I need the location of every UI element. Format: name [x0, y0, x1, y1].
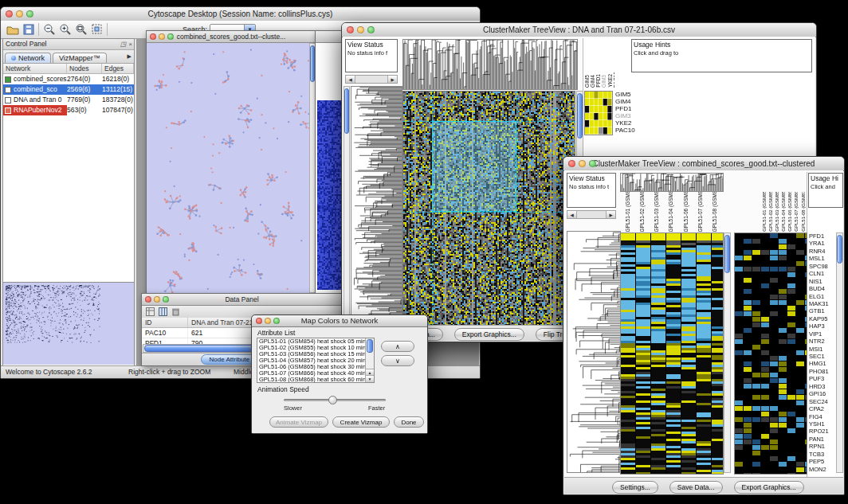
gene-label[interactable]: RPN1 — [809, 443, 835, 450]
move-up-button[interactable]: ∧ — [381, 341, 414, 352]
close-button[interactable] — [347, 26, 354, 33]
gene-label[interactable]: PFD1 — [809, 232, 835, 240]
gene-label[interactable]: SEC1 — [809, 353, 835, 360]
col-id[interactable]: ID — [142, 318, 188, 327]
scrollbar-thumb[interactable] — [837, 235, 842, 264]
save-session-icon[interactable] — [22, 23, 36, 36]
zoom-selected-region-icon[interactable] — [74, 23, 88, 36]
gene-label[interactable]: PEP5 — [809, 458, 835, 465]
network-row[interactable]: combined_sco 2569(6) 13112(15) — [3, 84, 134, 95]
column-config-icon[interactable] — [159, 305, 167, 319]
scroll-right-icon[interactable]: ▶ — [606, 211, 615, 218]
gene-list-scrollbar[interactable] — [836, 232, 843, 473]
minimize-button[interactable] — [265, 318, 271, 324]
gene-label[interactable]: TCB3 — [809, 451, 835, 458]
gene-label[interactable]: YRA1 — [809, 240, 835, 247]
scroll-track[interactable] — [577, 211, 606, 218]
gene-label[interactable]: MSL1 — [809, 255, 835, 262]
gene-label[interactable]: PFD1 — [615, 105, 635, 112]
network-overview[interactable] — [3, 282, 134, 365]
animate-vizmap-button[interactable]: Animate Vizmap — [269, 416, 328, 428]
network-frame-titlebar[interactable]: combined_scores_good.txt--cluste... — [147, 31, 316, 43]
gene-label[interactable]: HMG1 — [809, 360, 835, 367]
gene-label[interactable]: SEC24 — [809, 398, 835, 405]
scrollbar-thumb[interactable] — [367, 339, 373, 353]
scrollbar-thumb[interactable] — [577, 93, 583, 139]
heatmap-selection[interactable] — [432, 121, 516, 212]
open-session-icon[interactable] — [6, 23, 20, 36]
scrollbar-thumb[interactable] — [724, 235, 730, 273]
gene-label[interactable]: RNR4 — [809, 248, 835, 255]
minimize-button[interactable] — [154, 296, 160, 303]
select-attributes-icon[interactable] — [146, 305, 155, 319]
scrollbar-thumb[interactable] — [344, 88, 349, 134]
zoom-out-icon[interactable] — [42, 23, 57, 36]
float-panel-icon[interactable]: ◳ — [120, 39, 127, 49]
data-panel-titlebar[interactable]: Data Panel — [142, 294, 342, 306]
close-button[interactable] — [150, 33, 156, 40]
gene-label[interactable]: YKE2 — [615, 119, 635, 127]
gene-label[interactable]: PAC10 — [615, 127, 635, 134]
scroll-right-icon[interactable]: ▶ — [387, 76, 397, 83]
close-button[interactable] — [6, 10, 13, 18]
gene-label[interactable]: MSI1 — [809, 346, 835, 353]
zoom-button[interactable] — [26, 10, 33, 18]
move-down-button[interactable]: ∨ — [381, 355, 414, 366]
done-button[interactable]: Done — [394, 416, 424, 428]
gene-label[interactable]: CLN1 — [809, 270, 835, 277]
scroll-track[interactable] — [355, 76, 387, 83]
gene-label[interactable]: YSH1 — [809, 420, 835, 428]
network-overview-canvas[interactable] — [3, 283, 134, 365]
minimize-button[interactable] — [16, 10, 23, 18]
scroll-left-icon[interactable]: ◀ — [346, 76, 355, 83]
network-row[interactable]: DNA and Tran 0 7769(0) 183728(0) — [3, 95, 134, 105]
treeview-button[interactable]: Export Graphics... — [454, 328, 524, 341]
gene-label[interactable]: RPO21 — [809, 428, 835, 435]
gene-label[interactable]: BUD4 — [809, 285, 835, 292]
network-row[interactable]: RNAPuberNov2 563(0) 107847(0) — [3, 105, 134, 115]
zoom-button[interactable] — [589, 160, 596, 167]
gene-label[interactable]: MAK31 — [809, 300, 835, 307]
gene-label[interactable]: GIM5 — [615, 91, 635, 98]
col-nodes[interactable]: Nodes — [67, 64, 102, 73]
delete-attribute-icon[interactable] — [171, 305, 180, 319]
close-button[interactable] — [145, 296, 151, 303]
gene-label[interactable]: GIM4 — [615, 98, 635, 105]
col-network[interactable]: Network — [3, 64, 67, 73]
dialog-titlebar[interactable]: Map Colors to Network — [252, 315, 427, 327]
network-canvas[interactable] — [147, 43, 314, 293]
treeview-button[interactable]: Save Data... — [669, 481, 723, 494]
gene-label[interactable]: VIP1 — [809, 330, 835, 338]
tabs-overflow-icon[interactable]: ▶ — [128, 53, 132, 60]
heatmap-canvas[interactable] — [620, 232, 724, 475]
column-dendrogram-canvas[interactable] — [402, 39, 578, 90]
close-panel-icon[interactable]: × — [128, 39, 132, 49]
gene-label[interactable]: CPA2 — [809, 405, 835, 412]
column-dendrogram-canvas[interactable] — [620, 173, 724, 192]
gene-label[interactable]: KAP95 — [809, 315, 835, 322]
gene-label[interactable]: HRD3 — [809, 383, 835, 390]
zoom-in-icon[interactable] — [58, 23, 73, 36]
attribute-listbox[interactable]: GPL51-01 (GSM854) heat shock 05 minGPL51… — [257, 338, 375, 383]
gene-label[interactable]: FIG4 — [809, 413, 835, 420]
attribute-list-scrollbar[interactable]: ▲ ▼ — [365, 338, 374, 382]
main-titlebar[interactable]: Cytoscape Desktop (Session Name: collins… — [1, 7, 480, 21]
dendrogram-h-scrollbar[interactable]: ◀ ▶ — [567, 210, 616, 219]
row-dendrogram-canvas[interactable] — [351, 86, 402, 325]
scroll-left-icon[interactable]: ◀ — [567, 211, 577, 218]
gene-label[interactable]: ELG1 — [809, 293, 835, 300]
gene-label[interactable]: HAP3 — [809, 322, 835, 330]
zoom-button[interactable] — [167, 33, 174, 40]
treeview-button[interactable]: Export Graphics... — [734, 481, 804, 494]
gene-label[interactable]: SPC98 — [809, 263, 835, 270]
gene-label[interactable]: GTB1 — [809, 307, 835, 315]
gene-label[interactable]: GPI16 — [809, 390, 835, 397]
zoom-button[interactable] — [367, 26, 375, 33]
scroll-down-icon[interactable]: ▼ — [366, 375, 374, 382]
create-vizmap-button[interactable]: Create Vizmap — [332, 416, 390, 428]
network-row[interactable]: combined_scores 2764(0) 16218(0) — [3, 74, 134, 84]
dendrogram-h-scrollbar[interactable]: ◀ ▶ — [345, 75, 398, 84]
gene-label[interactable]: PHO81 — [809, 368, 835, 375]
col-edges[interactable]: Edges — [102, 64, 134, 73]
slider-thumb[interactable] — [328, 396, 337, 404]
